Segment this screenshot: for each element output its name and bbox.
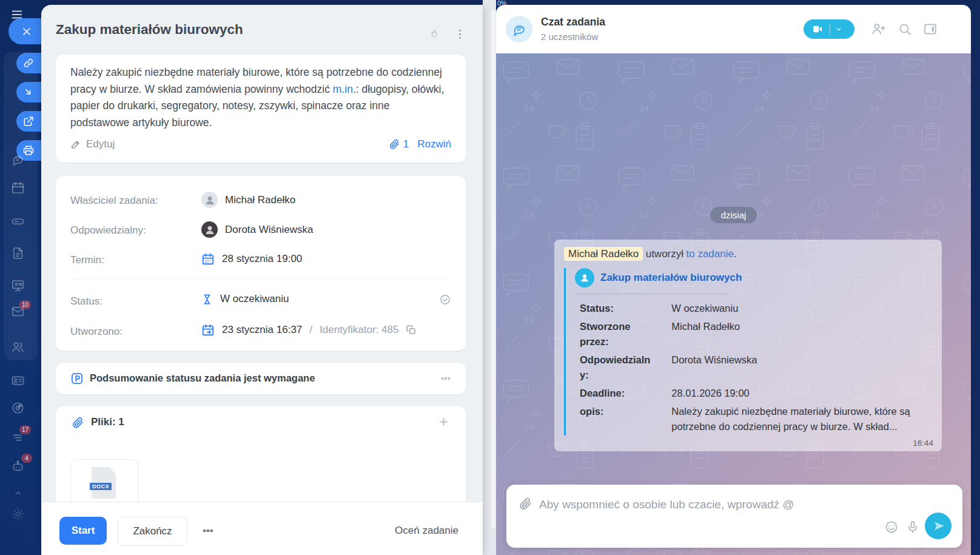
attachments-count[interactable]: 1 xyxy=(389,138,409,150)
emoji-icon[interactable] xyxy=(884,520,899,534)
file-type-badge: DOCX xyxy=(90,483,112,490)
task-menu-icon[interactable] xyxy=(454,28,466,41)
chevron-up-icon[interactable] xyxy=(13,488,24,499)
chat-avatar[interactable] xyxy=(506,16,532,42)
finish-button[interactable]: Zakończ xyxy=(118,517,187,546)
description-card: Należy zakupić niezbędne materiały biuro… xyxy=(56,55,466,163)
collapse-button[interactable] xyxy=(16,82,41,103)
left-sidebar: 10 17 4 xyxy=(0,0,41,555)
target-icon[interactable] xyxy=(11,401,25,415)
send-icon xyxy=(933,519,946,533)
calendar-icon[interactable] xyxy=(11,181,25,195)
pencil-icon xyxy=(70,139,81,150)
summary-banner: Podsumowanie statusu zadania jest wymaga… xyxy=(56,363,466,394)
task-link[interactable]: to zadanie xyxy=(686,248,734,260)
video-camera-icon xyxy=(812,24,823,35)
avatar xyxy=(201,221,218,238)
gear-icon[interactable] xyxy=(11,507,25,521)
owner-value[interactable]: Michał Radełko xyxy=(201,192,295,208)
hourglass-icon xyxy=(201,294,213,305)
message-time: 16:44 xyxy=(913,439,933,448)
add-participant-icon[interactable] xyxy=(871,22,886,36)
action-end: . xyxy=(734,248,737,260)
chat-participants[interactable]: 2 uczestników xyxy=(541,32,605,42)
contact-card-icon[interactable] xyxy=(11,374,25,388)
close-icon xyxy=(21,25,33,38)
chat-message: Michał Radełko utworzył to zadanie. Zaku… xyxy=(554,240,942,451)
created-value: 23 stycznia 16:37 / Identyfikator: 485 xyxy=(201,323,417,337)
scrollbar[interactable] xyxy=(491,10,495,529)
rate-task-link[interactable]: Oceń zadanie xyxy=(395,525,458,537)
message-input[interactable] xyxy=(538,493,941,516)
responsible-value[interactable]: Dorota Wiśniewska xyxy=(201,221,314,238)
expand-button[interactable]: Rozwiń xyxy=(417,138,451,150)
mail-badge: 10 xyxy=(19,300,31,309)
task-detail-panel: Zakup materiałów biurowych Należy zakupi… xyxy=(41,5,483,555)
avatar xyxy=(201,192,218,208)
message-header: Michał Radełko utworzył to zadanie. xyxy=(564,248,932,260)
table-row: Deadline:28.01.2026 19:00 xyxy=(580,384,932,402)
send-button[interactable] xyxy=(925,513,951,539)
more-actions-icon[interactable] xyxy=(202,525,214,537)
start-button[interactable]: Start xyxy=(59,517,107,545)
quote-divider xyxy=(575,294,728,294)
summary-text: Podsumowanie statusu zadania jest wymaga… xyxy=(90,372,315,384)
add-file-icon[interactable] xyxy=(437,415,450,428)
quoted-task-title[interactable]: Zakup materiałów biurowych xyxy=(600,272,742,284)
responsible-label: Odpowiedzialny: xyxy=(70,224,146,237)
deadline-label: Termin: xyxy=(70,254,104,266)
calendar-created-icon xyxy=(201,323,215,337)
task-fields-card: Właściciel zadania: Michał Radełko Odpow… xyxy=(56,176,466,351)
messenger-icon[interactable] xyxy=(11,152,25,166)
status-value[interactable]: W oczekiwaniu xyxy=(201,293,289,305)
files-label: Pliki: 1 xyxy=(91,416,124,428)
table-row: Odpowiedzialny:Dorota Wiśniewska xyxy=(580,351,932,384)
table-row: Stworzone przez:Michał Radełko xyxy=(580,317,932,351)
open-in-new-window-button[interactable] xyxy=(16,111,41,132)
search-icon[interactable] xyxy=(898,22,912,36)
copilot-badge: 4 xyxy=(21,454,32,463)
summary-p-icon xyxy=(70,372,84,385)
author-chip[interactable]: Michał Radełko xyxy=(564,247,643,261)
action-text: utworzył xyxy=(646,248,683,260)
flame-icon[interactable] xyxy=(428,29,441,41)
video-call-button[interactable] xyxy=(804,19,854,39)
board-icon[interactable] xyxy=(11,278,25,292)
copy-icon[interactable] xyxy=(406,325,417,335)
track-time-icon[interactable] xyxy=(439,294,451,306)
description-link[interactable]: m.in xyxy=(333,83,353,95)
drive-icon[interactable] xyxy=(11,214,25,228)
document-icon[interactable] xyxy=(11,246,25,260)
summary-menu-icon[interactable] xyxy=(440,373,451,384)
deadline-value[interactable]: 28 stycznia 19:00 xyxy=(201,252,302,266)
date-separator: dzisiaj xyxy=(710,207,757,223)
task-summary-table: Status:W oczekiwaniu Stworzone przez:Mic… xyxy=(580,299,932,436)
paperclip-icon xyxy=(72,417,84,429)
microphone-icon[interactable] xyxy=(905,520,920,534)
task-avatar-icon xyxy=(575,268,594,288)
attach-icon[interactable] xyxy=(519,497,532,511)
upload-progress: 0% xyxy=(497,0,506,7)
side-panel-icon[interactable] xyxy=(923,22,938,36)
page-title: Zakup materiałów biurowych xyxy=(56,22,243,38)
task-chat-panel: 24 Czat zadania 2 uczestników dzisiaj Mi… xyxy=(496,5,971,555)
edit-button[interactable]: Edytuj xyxy=(70,138,115,150)
divider xyxy=(70,280,451,280)
crm-badge: 17 xyxy=(19,425,31,434)
created-label: Utworzono: xyxy=(70,326,122,338)
pill-divider xyxy=(830,24,830,34)
chevron-down-icon[interactable] xyxy=(834,25,843,33)
close-panel-button[interactable] xyxy=(8,18,41,44)
edit-label: Edytuj xyxy=(86,138,115,150)
status-label: Status: xyxy=(70,295,102,308)
copy-link-button[interactable] xyxy=(16,53,41,73)
chat-header: Czat zadania 2 uczestników xyxy=(496,5,971,53)
owner-label: Właściciel zadania: xyxy=(70,195,158,207)
table-row: opis:Należy zakupić niezbędne materiały … xyxy=(580,402,932,436)
calendar-icon xyxy=(201,252,215,266)
message-composer xyxy=(506,485,962,548)
external-link-icon xyxy=(23,116,34,127)
people-icon[interactable] xyxy=(11,340,25,354)
task-footer: Start Zakończ Oceń zadanie xyxy=(41,502,483,555)
task-quote: Zakup materiałów biurowych Status:W ocze… xyxy=(564,268,932,436)
